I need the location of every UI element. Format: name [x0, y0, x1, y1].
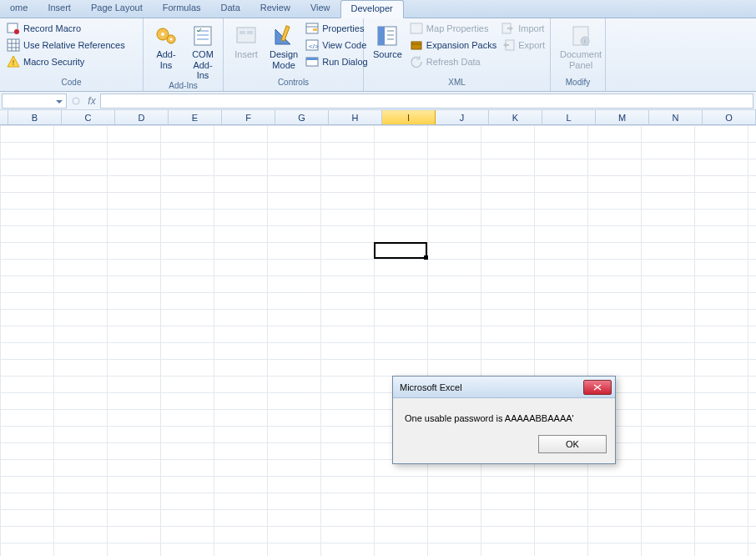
col-i[interactable]: I — [382, 110, 436, 124]
grid-icon — [7, 38, 20, 52]
use-relative-references-button[interactable]: Use Relative References — [4, 38, 128, 53]
view-code-button[interactable]: </> View Code — [303, 38, 370, 53]
col-partial[interactable] — [0, 110, 8, 124]
map-properties-button: Map Properties — [407, 21, 499, 36]
insert-label: Insert — [234, 49, 258, 60]
formula-input[interactable] — [100, 94, 753, 109]
insert-control-icon — [233, 23, 260, 49]
close-button[interactable] — [583, 380, 612, 395]
refresh-data-button: Refresh Data — [407, 54, 499, 69]
document-panel-button: i Document Panel — [555, 21, 607, 70]
active-cell[interactable] — [374, 242, 427, 259]
refresh-data-label: Refresh Data — [426, 57, 481, 67]
svg-rect-22 — [411, 23, 422, 33]
export-label: Export — [518, 40, 545, 50]
export-button: Export — [499, 38, 547, 53]
tab-formulas[interactable]: Formulas — [153, 0, 211, 18]
properties-button[interactable]: Properties — [303, 21, 370, 36]
properties-label: Properties — [322, 23, 364, 33]
svg-text:i: i — [584, 38, 586, 45]
import-label: Import — [518, 23, 544, 33]
tab-page-layout[interactable]: Page Layout — [81, 0, 153, 18]
svg-rect-15 — [313, 28, 317, 31]
run-dialog-button[interactable]: Run Dialog — [303, 54, 370, 69]
worksheet-grid[interactable]: Microsoft Excel One usable password is A… — [0, 125, 756, 556]
message-box-title: Microsoft Excel — [400, 382, 583, 392]
col-f[interactable]: F — [222, 110, 275, 124]
group-addins: Add-Ins COM Add-Ins Add-Ins — [144, 18, 224, 91]
svg-rect-8 — [194, 27, 211, 45]
formula-bar: fx — [0, 92, 756, 110]
col-o[interactable]: O — [703, 110, 756, 124]
col-n[interactable]: N — [649, 110, 703, 124]
col-l[interactable]: L — [542, 110, 596, 124]
ribbon: Record Macro Use Relative References ! M… — [0, 18, 756, 92]
record-macro-label: Record Macro — [23, 23, 81, 33]
source-pane-icon — [374, 23, 401, 49]
design-mode-button[interactable]: Design Mode — [265, 21, 303, 70]
use-relative-label: Use Relative References — [23, 40, 125, 50]
ruler-pencil-icon — [270, 23, 297, 49]
svg-point-5 — [161, 33, 164, 36]
macro-security-button[interactable]: ! Macro Security — [4, 54, 128, 69]
col-c[interactable]: C — [62, 110, 115, 124]
fx-icon[interactable]: fx — [83, 95, 100, 107]
view-code-label: View Code — [322, 40, 366, 50]
tab-data[interactable]: Data — [211, 0, 250, 18]
tab-home[interactable]: ome — [0, 0, 38, 18]
name-box[interactable] — [2, 94, 67, 109]
svg-text:!: ! — [13, 58, 15, 67]
properties-icon — [305, 22, 319, 35]
document-panel-label: Document Panel — [560, 49, 602, 70]
tab-developer[interactable]: Developer — [340, 0, 404, 18]
col-b[interactable]: B — [8, 110, 62, 124]
tab-insert[interactable]: Insert — [38, 0, 81, 18]
expansion-packs-label: Expansion Packs — [426, 40, 496, 50]
refresh-icon — [410, 55, 423, 68]
svg-rect-11 — [247, 31, 253, 34]
group-controls: Insert Design Mode Properties </> — [224, 18, 364, 91]
record-macro-icon — [7, 22, 20, 35]
close-icon — [593, 384, 602, 391]
code-icon: </> — [305, 38, 319, 52]
svg-rect-2 — [8, 39, 19, 51]
addins-button[interactable]: Add-Ins — [148, 21, 184, 70]
message-box-text: One usable password is AAAAABBAAAA' — [393, 398, 615, 430]
com-addins-button[interactable]: COM Add-Ins — [184, 21, 221, 81]
ok-button[interactable]: OK — [538, 435, 607, 453]
import-button: Import — [499, 21, 547, 36]
tab-review[interactable]: Review — [250, 0, 300, 18]
gear-icon — [153, 23, 179, 49]
macro-security-label: Macro Security — [23, 57, 84, 67]
message-box-titlebar[interactable]: Microsoft Excel — [393, 377, 615, 398]
group-xml-label: XML — [364, 78, 550, 91]
warning-icon: ! — [7, 55, 20, 68]
col-j[interactable]: J — [436, 110, 489, 124]
svg-point-29 — [73, 98, 79, 104]
source-label: Source — [373, 49, 402, 60]
svg-rect-10 — [239, 31, 245, 34]
insert-button: Insert — [228, 21, 265, 60]
source-button[interactable]: Source — [368, 21, 407, 60]
group-modify: i Document Panel Modify — [551, 18, 606, 91]
expansion-packs-button[interactable]: Expansion Packs — [407, 38, 499, 53]
svg-rect-21 — [378, 27, 385, 45]
col-m[interactable]: M — [596, 110, 649, 124]
svg-rect-23 — [411, 42, 421, 49]
col-k[interactable]: K — [489, 110, 542, 124]
tab-view[interactable]: View — [300, 0, 340, 18]
checklist-icon — [189, 23, 216, 49]
document-panel-icon: i — [567, 23, 594, 49]
col-e[interactable]: E — [169, 110, 222, 124]
col-h[interactable]: H — [329, 110, 382, 124]
group-addins-label: Add-Ins — [144, 81, 223, 91]
design-mode-label: Design Mode — [270, 49, 298, 70]
export-icon — [501, 38, 515, 52]
col-g[interactable]: G — [275, 110, 329, 124]
col-d[interactable]: D — [115, 110, 169, 124]
record-macro-button[interactable]: Record Macro — [4, 21, 128, 36]
ribbon-tabs: ome Insert Page Layout Formulas Data Rev… — [0, 0, 756, 18]
map-properties-label: Map Properties — [426, 23, 489, 33]
cancel-formula-icon[interactable] — [68, 94, 83, 108]
run-dialog-label: Run Dialog — [322, 57, 367, 67]
